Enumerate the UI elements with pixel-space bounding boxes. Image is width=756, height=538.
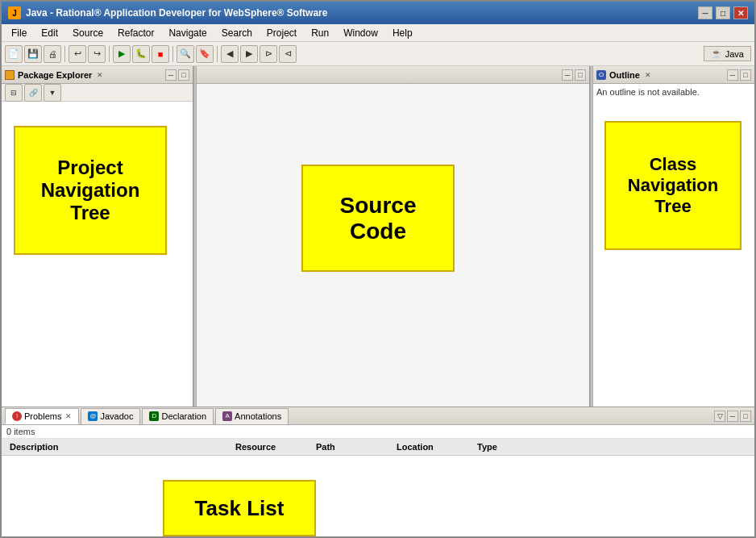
package-explorer-header: Package Explorer ✕ ─ □: [2, 66, 193, 84]
link-editor-button[interactable]: 🔗: [24, 84, 42, 102]
toolbar-separator-4: [217, 46, 218, 62]
java-perspective-button[interactable]: ☕ Java: [704, 46, 751, 61]
tab-javadoc-label: Javadoc: [100, 411, 133, 421]
annotations-icon: A: [222, 411, 232, 421]
bottom-minimize[interactable]: ─: [727, 411, 738, 422]
tab-javadoc[interactable]: @ Javadoc: [81, 408, 140, 424]
task-list-text: Task List: [195, 496, 285, 521]
tab-declaration[interactable]: D Declaration: [142, 408, 214, 424]
table-header: Description Resource Path Location Type: [2, 439, 754, 456]
bottom-status: 0 items: [2, 425, 754, 439]
title-bar-left: J Java - Rational® Application Developer…: [8, 6, 327, 19]
editor-minimize[interactable]: ─: [562, 69, 573, 81]
toolbar-debug-button[interactable]: 🐛: [132, 45, 150, 63]
bottom-tabs: ! Problems ✕ @ Javadoc D Declaration A A…: [2, 407, 754, 425]
editor-area[interactable]: Source Code: [197, 84, 589, 407]
menu-run[interactable]: Run: [305, 26, 335, 40]
toolbar-back-button[interactable]: ◀: [221, 45, 239, 63]
tab-problems[interactable]: ! Problems ✕: [5, 408, 79, 424]
tab-annotations-label: Annotations: [235, 411, 281, 421]
menu-source[interactable]: Source: [66, 26, 110, 40]
perspective-label: Java: [725, 49, 744, 59]
toolbar-new-button[interactable]: 📄: [5, 45, 23, 63]
tab-annotations[interactable]: A Annotations: [215, 408, 289, 424]
tab-problems-close[interactable]: ✕: [65, 412, 72, 420]
toolbar-redo-button[interactable]: ↪: [88, 45, 106, 63]
col-description: Description: [6, 440, 232, 453]
editor-panel: ─ □ Source Code: [197, 66, 590, 407]
declaration-icon: D: [149, 411, 159, 421]
menu-refactor[interactable]: Refactor: [111, 26, 160, 40]
package-explorer-icon: [5, 70, 15, 80]
title-bar: J Java - Rational® Application Developer…: [2, 2, 754, 24]
class-navigation-tree-label: Class Navigation Tree: [604, 121, 741, 250]
status-text: 0 items: [6, 427, 35, 436]
package-explorer-toolbar: ⊟ 🔗 ▼: [2, 84, 193, 102]
package-explorer-content: Project Navigation Tree: [2, 102, 193, 407]
bottom-maximize[interactable]: □: [740, 411, 751, 422]
menu-navigate[interactable]: Navigate: [162, 26, 213, 40]
toolbar-separator-2: [109, 46, 110, 62]
problems-icon: !: [12, 411, 22, 421]
toolbar-separator-3: [172, 46, 173, 62]
main-area: Package Explorer ✕ ─ □ ⊟ 🔗 ▼ Project Nav…: [2, 66, 754, 538]
toolbar: 📄 💾 🖨 ↩ ↪ ▶ 🐛 ■ 🔍 🔖 ◀ ▶ ⊳ ⊲ ☕ Java: [2, 42, 754, 66]
outline-panel: O Outline ✕ ─ □ An outline is not availa…: [593, 66, 754, 407]
package-explorer-minimize[interactable]: ─: [165, 69, 177, 81]
package-explorer-controls: ─ □: [165, 69, 189, 81]
toolbar-search-button[interactable]: 🔍: [177, 45, 194, 63]
menu-edit[interactable]: Edit: [35, 26, 64, 40]
view-menu-button[interactable]: ▼: [44, 84, 61, 102]
menu-bar: File Edit Source Refactor Navigate Searc…: [2, 24, 754, 42]
panels-row: Package Explorer ✕ ─ □ ⊟ 🔗 ▼ Project Nav…: [2, 66, 754, 407]
toolbar-run-button[interactable]: ▶: [113, 45, 131, 63]
close-button[interactable]: ✕: [733, 6, 748, 19]
toolbar-forward-button[interactable]: ▶: [240, 45, 258, 63]
bottom-view-menu[interactable]: ▽: [714, 411, 725, 422]
toolbar-save-button[interactable]: 💾: [24, 45, 42, 63]
editor-header: ─ □: [197, 66, 589, 84]
perspective-icon: ☕: [711, 48, 722, 59]
editor-maximize[interactable]: □: [575, 69, 586, 81]
toolbar-right: ☕ Java: [704, 46, 751, 61]
menu-file[interactable]: File: [5, 26, 33, 40]
toolbar-nav1-button[interactable]: ⊳: [260, 45, 277, 63]
editor-controls: ─ □: [562, 69, 586, 81]
menu-window[interactable]: Window: [337, 26, 384, 40]
outline-empty-text: An outline is not available.: [596, 87, 700, 97]
package-explorer-close[interactable]: ✕: [97, 71, 103, 79]
window-controls: ─ □ ✕: [698, 6, 748, 19]
maximize-button[interactable]: □: [716, 6, 730, 19]
outline-header: O Outline ✕ ─ □: [593, 66, 754, 84]
outline-controls: ─ □: [727, 69, 751, 81]
package-explorer-maximize[interactable]: □: [178, 69, 189, 81]
outline-maximize[interactable]: □: [740, 69, 751, 81]
package-explorer-title: Package Explorer: [18, 70, 92, 80]
toolbar-stop-button[interactable]: ■: [152, 45, 169, 63]
toolbar-print-button[interactable]: 🖨: [44, 45, 61, 63]
col-type: Type: [474, 440, 538, 453]
menu-project[interactable]: Project: [260, 26, 303, 40]
tab-problems-label: Problems: [24, 411, 61, 421]
outline-content: An outline is not available. Class Navig…: [593, 84, 754, 407]
app-icon: J: [8, 6, 21, 19]
minimize-button[interactable]: ─: [698, 6, 712, 19]
bottom-panel-controls: ▽ ─ □: [714, 411, 751, 422]
col-path: Path: [313, 440, 393, 453]
col-resource: Resource: [232, 440, 313, 453]
outline-icon: O: [596, 70, 606, 80]
toolbar-bookmark-button[interactable]: 🔖: [196, 45, 214, 63]
table-body: Task List: [2, 456, 754, 538]
menu-search[interactable]: Search: [215, 26, 259, 40]
bottom-content: 0 items Description Resource Path Locati…: [2, 425, 754, 538]
bottom-panel: ! Problems ✕ @ Javadoc D Declaration A A…: [2, 407, 754, 538]
app-title: Java - Rational® Application Developer f…: [26, 7, 327, 19]
outline-close[interactable]: ✕: [645, 71, 651, 79]
toolbar-separator-1: [64, 46, 65, 62]
menu-help[interactable]: Help: [386, 26, 419, 40]
toolbar-nav2-button[interactable]: ⊲: [279, 45, 297, 63]
toolbar-undo-button[interactable]: ↩: [69, 45, 86, 63]
tab-declaration-label: Declaration: [161, 411, 206, 421]
outline-minimize[interactable]: ─: [727, 69, 738, 81]
collapse-all-button[interactable]: ⊟: [5, 84, 23, 102]
